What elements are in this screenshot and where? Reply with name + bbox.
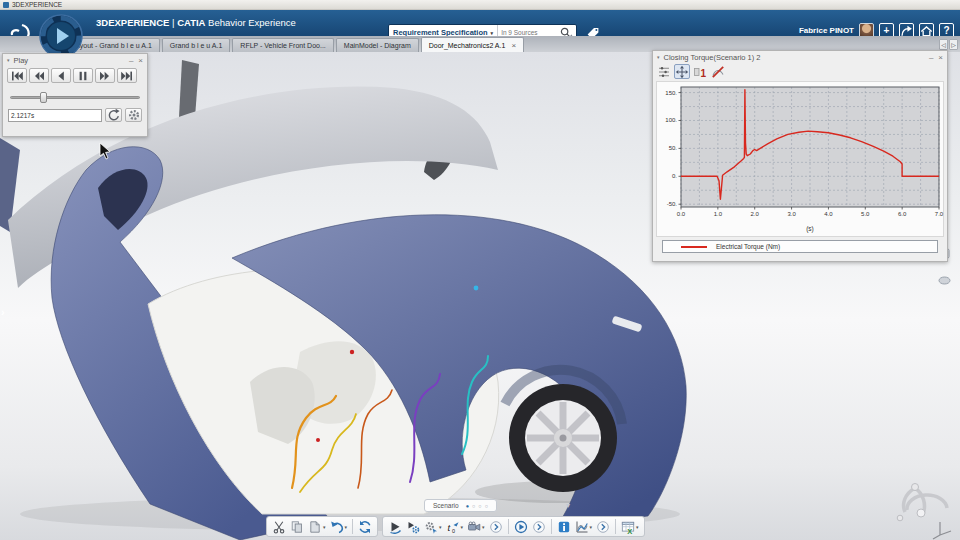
paste-button[interactable]: ▾ <box>306 518 328 536</box>
play-back-icon <box>54 69 68 83</box>
tab-rflp-vehicle-front-doo[interactable]: RFLP - Vehicle Front Doo... <box>232 38 333 52</box>
svg-text:1: 1 <box>701 67 707 78</box>
run-simulation-icon <box>388 520 402 534</box>
search-input[interactable] <box>498 29 556 36</box>
dropdown-caret[interactable]: ▾ <box>482 524 485 530</box>
front-wheel <box>509 384 617 492</box>
time-slider[interactable] <box>10 92 140 102</box>
tab-mainmodel-diagram[interactable]: MainModel - Diagram <box>336 38 419 52</box>
gear-button[interactable] <box>125 108 142 122</box>
copy-icon <box>290 520 304 534</box>
dropdown-caret[interactable]: ▾ <box>590 524 593 530</box>
marker-one-button[interactable]: 1 <box>692 64 708 79</box>
export-table-button[interactable]: X▾ <box>619 518 641 536</box>
loop-button[interactable] <box>105 108 122 122</box>
window-titlebar: 3DEXPERIENCE <box>0 0 960 10</box>
record-video-icon <box>467 520 481 534</box>
svg-text:100.: 100. <box>665 117 677 123</box>
close-icon[interactable]: × <box>511 41 516 50</box>
minimize-button[interactable]: – <box>929 53 933 62</box>
toolbar-separator <box>352 519 353 534</box>
play-back-button[interactable] <box>51 68 71 83</box>
mouse-cursor <box>99 142 111 160</box>
tab-door-mechatronics2-a-1[interactable]: Door_Mechatronics2 A.1× <box>421 37 524 52</box>
tab-grand-b-l-e-u-a-1[interactable]: Grand b l e u A.1 <box>162 38 231 52</box>
axis-triad-icon <box>933 522 951 539</box>
copy-button[interactable] <box>288 518 306 536</box>
sensor-marker[interactable] <box>474 286 479 291</box>
tab-scroll: ◁ ▷ <box>939 39 958 50</box>
scenario-dot[interactable]: ○ <box>478 503 481 509</box>
dropdown-caret[interactable]: ▾ <box>439 524 442 530</box>
tab-scroll-right-button[interactable]: ▷ <box>949 39 958 50</box>
torque-chart: 0.01.02.03.04.05.06.07.0-50.0.50.100.150… <box>657 82 945 234</box>
refresh-button[interactable] <box>356 518 374 536</box>
svg-text:4.0: 4.0 <box>824 211 833 217</box>
svg-text:7.0: 7.0 <box>935 211 944 217</box>
chart-body: 0.01.02.03.04.05.06.07.0-50.0.50.100.150… <box>656 81 944 237</box>
slider-handle[interactable] <box>40 92 47 103</box>
collapse-icon[interactable]: ▾ <box>7 57 10 63</box>
gear-run-button[interactable]: ▾ <box>422 518 444 536</box>
play-circle-button[interactable] <box>512 518 530 536</box>
hide-curve-button[interactable] <box>710 64 726 79</box>
skip-end-button[interactable] <box>117 68 137 83</box>
slider-track[interactable] <box>10 96 140 99</box>
skip-start-button[interactable] <box>7 68 27 83</box>
right-dock-handle[interactable] <box>938 276 951 285</box>
toolbar-separator <box>615 519 616 534</box>
cut-button[interactable] <box>270 518 288 536</box>
user-name: Fabrice PINOT <box>799 26 854 35</box>
rew-button[interactable] <box>29 68 49 83</box>
scenario-dot[interactable]: ○ <box>485 503 488 509</box>
dropdown-caret[interactable]: ▾ <box>636 524 639 530</box>
scenario-expand-button[interactable]: ▾ <box>561 499 575 512</box>
close-button[interactable]: × <box>138 56 143 65</box>
dropdown-caret[interactable]: ▾ <box>461 524 464 530</box>
title-separator: | <box>172 17 174 28</box>
svg-text:0.0: 0.0 <box>677 211 686 217</box>
left-panel-expander[interactable]: › <box>1 306 5 318</box>
more-chevron-icon <box>596 520 610 534</box>
loop-icon <box>107 108 121 122</box>
collapse-icon[interactable]: ▾ <box>657 54 660 60</box>
hide-curve-icon <box>711 65 725 79</box>
record-video-button[interactable]: ▾ <box>465 518 487 536</box>
reset-time-icon: t0 <box>446 520 460 534</box>
more-chevron-button[interactable] <box>487 518 505 536</box>
simulation-settings-button[interactable] <box>404 518 422 536</box>
pause-button[interactable] <box>73 68 93 83</box>
chart-options-button[interactable] <box>656 64 672 79</box>
info-button[interactable] <box>555 518 573 536</box>
svg-text:3.0: 3.0 <box>787 211 796 217</box>
time-input[interactable] <box>8 109 102 122</box>
view-manipulator[interactable] <box>893 480 957 540</box>
plot-button[interactable]: ▾ <box>573 518 595 536</box>
scenario-dot[interactable]: ○ <box>472 503 475 509</box>
svg-text:2.0: 2.0 <box>751 211 760 217</box>
undo-icon <box>330 520 344 534</box>
chart-panel-header[interactable]: ▾ Closing Torque(Scenario 1) 2 – × <box>653 51 947 63</box>
play-panel-header[interactable]: ▾ Play – × <box>3 54 147 66</box>
tab-label: Door_Mechatronics2 A.1 <box>429 42 506 49</box>
ffwd-button[interactable] <box>95 68 115 83</box>
dropdown-caret[interactable]: ▾ <box>345 524 348 530</box>
svg-text:X: X <box>627 526 632 533</box>
fit-view-button[interactable] <box>674 64 690 79</box>
svg-text:t: t <box>447 521 450 532</box>
more-chevron-button[interactable] <box>594 518 612 536</box>
undo-button[interactable]: ▾ <box>328 518 350 536</box>
scenario-dot-active[interactable]: ● <box>466 503 469 509</box>
more-chevron-icon <box>489 520 503 534</box>
tab-scroll-left-button[interactable]: ◁ <box>939 39 948 50</box>
more-chevron-button[interactable] <box>530 518 548 536</box>
run-simulation-button[interactable] <box>386 518 404 536</box>
minimize-button[interactable]: – <box>129 56 133 65</box>
reset-time-button[interactable]: t0▾ <box>444 518 466 536</box>
close-button[interactable]: × <box>938 53 943 62</box>
svg-text:6.0: 6.0 <box>898 211 907 217</box>
gear-run-icon <box>424 520 438 534</box>
bottom-toolbar: ▾▾▾t0▾▾▾X▾ <box>266 516 645 537</box>
tab-label: Grand b l e u A.1 <box>170 42 223 49</box>
dropdown-caret[interactable]: ▾ <box>323 524 326 530</box>
